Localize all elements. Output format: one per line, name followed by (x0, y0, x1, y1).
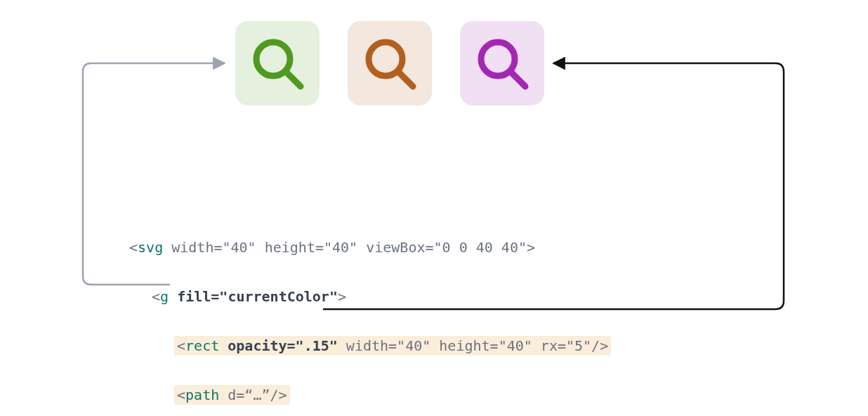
code-line-3: <rect opacity=".15" width="40" height="4… (129, 334, 611, 358)
code-line-1: <svg width="40" height="40" viewBox="0 0… (129, 235, 611, 260)
diagram-canvas: <svg width="40" height="40" viewBox="0 0… (0, 0, 868, 416)
code-line-4: <path d=“…”/> (129, 383, 611, 408)
icon-variants-row (235, 21, 544, 105)
search-icon-purple (460, 21, 544, 105)
search-icon-brown (348, 21, 432, 105)
code-line-2: <g fill="currentColor"> (129, 285, 611, 309)
svg-rect-3 (348, 21, 432, 105)
search-icon-green (235, 21, 320, 105)
code-snippet: <svg width="40" height="40" viewBox="0 0… (129, 211, 611, 416)
svg-rect-6 (460, 21, 544, 105)
svg-rect-0 (235, 21, 320, 105)
